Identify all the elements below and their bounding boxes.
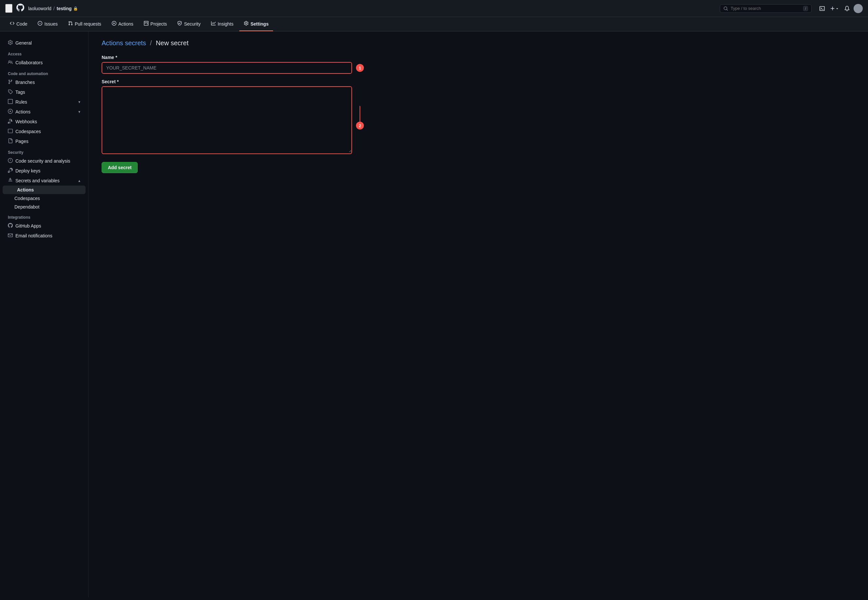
nav-issues[interactable]: Issues	[33, 17, 62, 31]
avatar-button[interactable]	[854, 4, 863, 13]
annotation-badge-2: 2	[356, 122, 364, 129]
sidebar-webhooks-label: Webhooks	[15, 119, 37, 124]
sidebar-pages-label: Pages	[15, 139, 29, 144]
owner-name[interactable]: laoluoworld	[28, 6, 51, 11]
search-bar[interactable]: /	[720, 4, 812, 13]
settings-icon	[244, 21, 248, 27]
sidebar-sub-item-dependabot[interactable]: Dependabot	[3, 203, 86, 211]
sidebar-sub-item-actions[interactable]: Actions	[3, 186, 86, 194]
nav-code[interactable]: Code	[5, 17, 32, 31]
annotation-line-2	[360, 106, 360, 122]
rules-chevron: ▾	[78, 100, 80, 104]
tags-icon	[8, 89, 13, 95]
topbar-action-buttons	[818, 4, 863, 13]
breadcrumb-link[interactable]: Actions secrets	[101, 39, 146, 47]
sidebar-code-security-label: Code security and analysis	[15, 158, 70, 164]
sidebar-integrations-section: Integrations	[0, 211, 88, 221]
nav-pull-requests[interactable]: Pull requests	[64, 17, 106, 31]
codespaces-icon	[8, 129, 13, 135]
general-icon	[8, 40, 13, 46]
github-apps-icon	[8, 223, 13, 229]
nav-insights[interactable]: Insights	[207, 17, 238, 31]
repo-nav: Code Issues Pull requests Actions Projec…	[0, 17, 868, 32]
sidebar-item-collaborators[interactable]: Collaborators	[3, 58, 86, 68]
topbar-breadcrumb: laoluoworld / testing 🔒	[28, 6, 78, 11]
page-header: Actions secrets / New secret	[101, 39, 370, 47]
sidebar-collaborators-label: Collaborators	[15, 60, 42, 65]
sidebar-security-section: Security	[0, 146, 88, 156]
terminal-button[interactable]	[818, 5, 826, 12]
sidebar-item-tags[interactable]: Tags	[3, 87, 86, 97]
branches-icon	[8, 79, 13, 85]
secret-label-text: Secret	[101, 79, 116, 84]
nav-security[interactable]: Security	[173, 17, 205, 31]
sidebar-item-secrets-variables[interactable]: Secrets and variables ▴	[3, 176, 86, 186]
sidebar-item-general[interactable]: General	[3, 38, 86, 48]
collaborators-icon	[8, 60, 13, 65]
sub-actions-label: Actions	[17, 187, 34, 192]
sidebar-sub-item-codespaces[interactable]: Codespaces	[3, 194, 86, 203]
sidebar-item-pages[interactable]: Pages	[3, 136, 86, 146]
issues-icon	[38, 21, 42, 27]
breadcrumb-separator: /	[150, 39, 152, 47]
breadcrumb-separator: /	[53, 6, 55, 11]
code-security-icon	[8, 158, 13, 164]
sidebar-item-rules[interactable]: Rules ▾	[3, 97, 86, 107]
sidebar-item-codespaces[interactable]: Codespaces	[3, 127, 86, 136]
pages-icon	[8, 138, 13, 144]
nav-actions[interactable]: Actions	[107, 17, 138, 31]
new-secret-form: Name * 1 Secret *	[101, 55, 364, 173]
github-logo[interactable]	[17, 4, 24, 14]
sidebar-rules-label: Rules	[15, 99, 27, 105]
plus-button[interactable]	[829, 5, 841, 12]
main-content: Actions secrets / New secret Name * 1	[89, 32, 384, 597]
deploy-keys-icon	[8, 168, 13, 174]
sidebar-tags-label: Tags	[15, 89, 25, 95]
add-secret-button[interactable]: Add secret	[101, 162, 138, 173]
webhooks-icon	[8, 119, 13, 124]
hamburger-button[interactable]	[5, 4, 12, 13]
sidebar-item-actions[interactable]: Actions ▾	[3, 107, 86, 117]
nav-settings[interactable]: Settings	[239, 17, 273, 31]
secret-input-row: 2	[101, 86, 364, 154]
code-icon	[10, 21, 14, 27]
annotation-2-container: 2	[356, 106, 364, 129]
projects-icon	[144, 21, 148, 27]
annotation-badge-1: 1	[356, 64, 364, 72]
sidebar-item-deploy-keys[interactable]: Deploy keys	[3, 166, 86, 176]
actions-sidebar-icon	[8, 109, 13, 115]
name-label-text: Name	[101, 55, 114, 60]
secret-textarea[interactable]	[102, 87, 351, 153]
repo-name[interactable]: testing	[57, 6, 72, 11]
sidebar-item-email-notifications[interactable]: Email notifications	[3, 231, 86, 241]
sidebar-item-code-security[interactable]: Code security and analysis	[3, 156, 86, 166]
actions-chevron: ▾	[78, 109, 80, 114]
notification-button[interactable]	[843, 5, 851, 12]
sidebar-deploy-keys-label: Deploy keys	[15, 168, 40, 173]
sidebar-branches-label: Branches	[15, 80, 35, 85]
secret-textarea-wrapper	[101, 86, 352, 154]
sidebar-item-webhooks[interactable]: Webhooks	[3, 117, 86, 127]
pull-request-icon	[68, 21, 73, 27]
name-input-wrapper	[101, 62, 352, 74]
sidebar-general-label: General	[15, 40, 32, 45]
sidebar-item-github-apps[interactable]: GitHub Apps	[3, 221, 86, 231]
insights-icon	[211, 21, 216, 27]
sidebar-actions-label: Actions	[15, 109, 30, 114]
search-kbd: /	[803, 6, 808, 11]
sub-dependabot-label: Dependabot	[14, 204, 39, 209]
sidebar: General Access Collaborators Code and au…	[0, 32, 89, 597]
secrets-chevron: ▴	[78, 178, 80, 183]
sidebar-item-branches[interactable]: Branches	[3, 77, 86, 87]
security-icon	[177, 21, 182, 27]
secret-required: *	[117, 79, 119, 84]
main-layout: General Access Collaborators Code and au…	[0, 32, 868, 597]
lock-icon: 🔒	[73, 6, 78, 11]
nav-projects[interactable]: Projects	[139, 17, 172, 31]
topbar: laoluoworld / testing 🔒 /	[0, 0, 868, 17]
secret-label: Secret *	[101, 79, 364, 84]
actions-icon	[112, 21, 116, 27]
search-input[interactable]	[730, 6, 800, 11]
name-input[interactable]	[102, 63, 351, 73]
rules-icon	[8, 99, 13, 105]
